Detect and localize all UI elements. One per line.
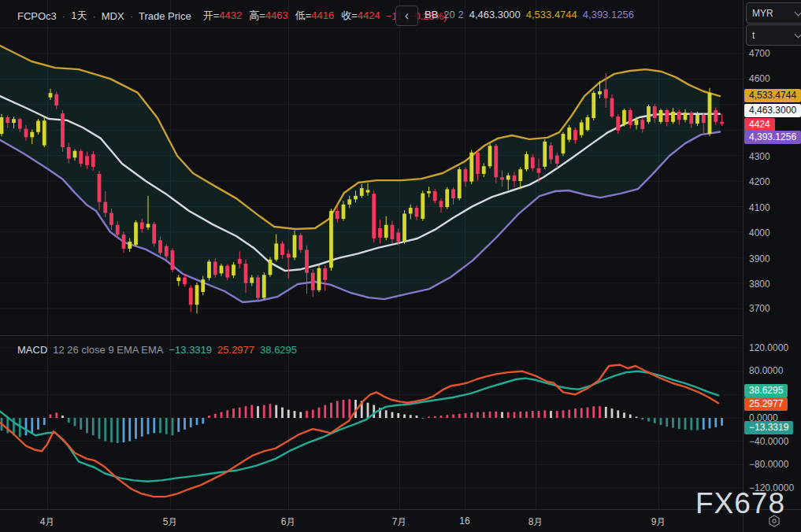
separator-dot: · xyxy=(92,10,95,22)
macd-line-value: 38.6295 xyxy=(260,344,297,356)
separator-dot: · xyxy=(62,10,65,22)
bb-basis-value: 4,463.3000 xyxy=(469,9,521,20)
chevron-left-icon: ‹ xyxy=(405,9,409,22)
last-price-badge: 4424 xyxy=(744,118,775,131)
currency-dropdown[interactable]: MYR xyxy=(746,2,801,24)
chevron-down-icon xyxy=(795,30,801,38)
low-value: 4416 xyxy=(311,9,334,21)
histogram-badge: −13.3319 xyxy=(744,421,793,434)
macd-line-badge: 38.6295 xyxy=(744,384,788,397)
chart-canvas[interactable] xyxy=(0,0,743,509)
macd-params: 12 26 close 9 EMA EMA xyxy=(53,344,163,356)
axis-tick-label: 80.0000 xyxy=(749,364,783,377)
axis-tick-label: 4000 xyxy=(749,227,770,239)
time-tick-label: 8月 xyxy=(517,515,554,529)
separator-dot: · xyxy=(130,10,133,22)
unit-dropdown[interactable]: t xyxy=(746,24,801,46)
macd-legend: MACD 12 26 close 9 EMA EMA −13.3319 25.2… xyxy=(17,344,297,356)
axis-tick-label: −80.0000 xyxy=(749,458,788,471)
high-label: 高= xyxy=(249,9,265,21)
bb-upper-value: 4,533.4744 xyxy=(526,9,577,20)
signal-line-badge: 25.2977 xyxy=(744,397,788,411)
interval-label[interactable]: 1天 xyxy=(71,9,87,23)
open-value: 4432 xyxy=(219,9,242,21)
macd-signal-value: 25.2977 xyxy=(217,344,254,356)
axis-corner-separator xyxy=(743,509,744,532)
unit-value: t xyxy=(752,30,755,41)
axis-tick-label: −120.0000 xyxy=(749,482,794,494)
open-label: 开= xyxy=(203,9,220,21)
bb-legend: BB 20 2 4,463.3000 4,533.4744 4,393.1256 xyxy=(425,9,634,20)
axis-tick-label: 3700 xyxy=(749,302,770,315)
axis-tick-label: 3800 xyxy=(749,278,770,290)
exchange-label: MDX xyxy=(102,10,124,22)
axis-tick-label: 4100 xyxy=(749,201,770,214)
symbol-legend: FCPOc3 · 1天 · MDX · Trade Price 开=4432 高… xyxy=(17,9,447,23)
symbol-name[interactable]: FCPOc3 xyxy=(17,10,57,22)
time-tick-label: 7月 xyxy=(380,515,418,529)
high-value: 4463 xyxy=(265,9,288,21)
time-tick-label: 5月 xyxy=(151,515,189,529)
price-axis[interactable]: 470046004300420041004000390038003700120.… xyxy=(743,0,801,509)
bb-title[interactable]: BB xyxy=(425,9,438,20)
macd-histogram-value: −13.3319 xyxy=(169,344,212,356)
close-value: 4424 xyxy=(358,9,380,21)
low-label: 低= xyxy=(295,9,312,21)
chevron-down-icon xyxy=(795,8,801,16)
close-label: 收= xyxy=(341,9,358,21)
time-tick-label: 16 xyxy=(446,515,484,526)
trading-chart-window: FCPOc3 · 1天 · MDX · Trade Price 开=4432 高… xyxy=(0,0,801,532)
ohlc-values: 开=4432 高=4463 低=4416 收=4424 xyxy=(203,9,380,23)
axis-tick-label: 120.0000 xyxy=(749,342,788,354)
macd-title[interactable]: MACD xyxy=(17,344,47,356)
bb-lower-value: 4,393.1256 xyxy=(583,9,634,20)
price-type-label: Trade Price xyxy=(139,10,191,22)
time-tick-label: 4月 xyxy=(28,515,66,529)
axis-tick-label: 4300 xyxy=(749,150,770,163)
axis-tick-label: −40.0000 xyxy=(749,435,788,448)
collapse-legend-button[interactable]: ‹ xyxy=(395,6,418,26)
time-axis[interactable]: 4月5月6月7月168月9月 xyxy=(0,509,801,532)
axis-tick-label: 4700 xyxy=(749,47,770,60)
time-tick-label: 9月 xyxy=(640,515,677,529)
bb-lower-badge: 4,393.1256 xyxy=(744,131,801,144)
bb-basis-badge: 4,463.3000 xyxy=(744,104,801,117)
axis-tick-label: 3900 xyxy=(749,253,770,265)
time-tick-label: 6月 xyxy=(269,515,307,529)
axis-tick-label: 4200 xyxy=(749,175,770,188)
chart-properties-icon[interactable] xyxy=(767,514,781,528)
bb-params: 20 2 xyxy=(443,9,463,20)
currency-value: MYR xyxy=(752,8,773,19)
axis-tick-label: 4600 xyxy=(749,72,770,85)
bb-upper-badge: 4,533.4744 xyxy=(744,89,801,102)
